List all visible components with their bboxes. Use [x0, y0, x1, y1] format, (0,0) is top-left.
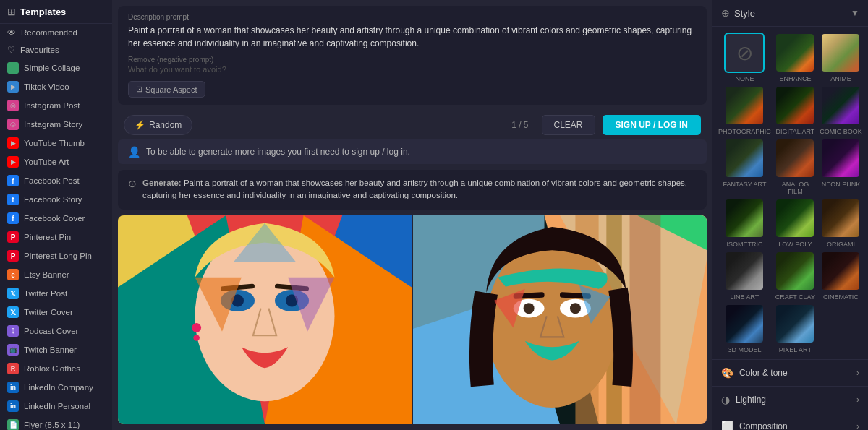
sidebar-item-simple-collage[interactable]: Simple Collage	[0, 59, 112, 77]
lowpoly-thumb	[776, 199, 814, 237]
style-item-neon[interactable]: NEON PUNK	[820, 138, 862, 195]
sidebar-item-linkedin-personal[interactable]: in LinkedIn Personal	[0, 397, 112, 416]
style-label-lineart: LINE ART	[730, 293, 759, 301]
sidebar-item-podcast-cover[interactable]: 🎙 Podcast Cover	[0, 322, 112, 340]
style-item-isometric[interactable]: ISOMETRIC	[718, 198, 771, 248]
sidebar-item-flyer[interactable]: 📄 Flyer (8.5 x 11)	[0, 416, 112, 430]
negative-prompt-label: Remove (negative prompt)	[128, 56, 697, 64]
analog-thumb	[776, 139, 814, 177]
prompt-text[interactable]: Paint a portrait of a woman that showcas…	[128, 24, 697, 50]
style-thumb-digital	[775, 85, 815, 126]
style-thumb-comic	[820, 85, 861, 126]
style-item-cinematic[interactable]: CINEMATIC	[820, 251, 862, 301]
clay-thumb	[776, 252, 814, 290]
eye-icon: 👁	[7, 27, 16, 38]
lighting-label: Lighting	[736, 395, 766, 405]
negative-prompt-placeholder[interactable]: What do you want to avoid?	[128, 65, 697, 74]
color-tone-section[interactable]: 🎨 Color & tone ›	[712, 360, 868, 387]
aspect-icon: ⊡	[136, 85, 142, 94]
sidebar-item-youtube-thumb[interactable]: ▶ YouTube Thumb	[0, 134, 112, 152]
sidebar-item-recommended[interactable]: 👁 Recommended	[0, 24, 112, 41]
composition-icon: ⬜	[721, 421, 733, 430]
info-text: To be able to generate more images you f…	[146, 147, 410, 157]
generate-prefix: Generate:	[142, 179, 182, 187]
sidebar-item-twitter-post[interactable]: 𝕏 Twitter Post	[0, 284, 112, 303]
lighting-section[interactable]: ◑ Lighting ›	[712, 387, 868, 413]
sidebar-item-pinterest-long[interactable]: P Pinterest Long Pin	[0, 246, 112, 265]
sidebar-item-pinterest-pin[interactable]: P Pinterest Pin	[0, 228, 112, 246]
style-label-lowpoly: LOW POLY	[778, 241, 812, 248]
style-item-anime[interactable]: ANIME	[820, 33, 862, 82]
style-item-lowpoly[interactable]: LOW POLY	[774, 198, 817, 248]
sidebar-item-label: Etsy Banner	[24, 270, 69, 279]
sidebar-item-facebook-post[interactable]: f Facebook Post	[0, 171, 112, 190]
sidebar-item-label: Twitter Cover	[24, 308, 73, 317]
style-thumb-3dmodel	[724, 304, 765, 344]
style-item-fantasy[interactable]: FANTASY ART	[718, 138, 771, 195]
style-thumb-none	[724, 33, 765, 73]
style-item-comic[interactable]: COMIC BOOK	[820, 85, 862, 135]
style-item-none[interactable]: NONE	[718, 33, 771, 82]
page-indicator: 1 / 5	[511, 120, 528, 130]
templates-icon: ⊞	[7, 6, 16, 17]
composition-section[interactable]: ⬜ Composition ›	[712, 413, 868, 430]
sidebar-item-label: YouTube Thumb	[24, 139, 85, 147]
sidebar-header: ⊞ Templates	[0, 0, 112, 24]
sidebar-item-label: Facebook Cover	[24, 214, 85, 223]
style-label-digital: DIGITAL ART	[775, 128, 814, 135]
sidebar-item-roblox[interactable]: R Roblox Clothes	[0, 359, 112, 378]
bottom-sections: 🎨 Color & tone › ◑ Lighting › ⬜ Composit…	[712, 360, 868, 430]
style-item-clay[interactable]: CRAFT CLAY	[774, 251, 817, 301]
podcast-icon: 🎙	[7, 325, 19, 337]
sidebar-item-facebook-story[interactable]: f Facebook Story	[0, 190, 112, 209]
sidebar-item-etsy-banner[interactable]: e Etsy Banner	[0, 265, 112, 284]
signup-button[interactable]: SIGN UP / LOG IN	[603, 115, 701, 135]
sidebar-item-label: Roblox Clothes	[24, 364, 80, 373]
flyer-icon: 📄	[7, 419, 19, 430]
style-section-header[interactable]: ⊕ Style ▼	[712, 0, 868, 27]
sidebar-item-linkedin-company[interactable]: in LinkedIn Company	[0, 378, 112, 397]
collage-icon	[7, 62, 19, 74]
heart-icon: ♡	[7, 45, 15, 55]
style-thumb-origami	[820, 198, 861, 238]
style-item-origami[interactable]: ORIGAMI	[820, 198, 862, 248]
style-label-cinematic: CINEMATIC	[823, 293, 859, 301]
fantasy-thumb	[726, 139, 763, 177]
svg-point-31	[570, 303, 581, 314]
svg-point-17	[193, 335, 200, 341]
style-item-analog[interactable]: ANALOG FILM	[774, 138, 817, 195]
sidebar-item-youtube-art[interactable]: ▶ YouTube Art	[0, 152, 112, 171]
style-item-photographic[interactable]: PHOTOGRAPHIC	[718, 85, 771, 135]
random-button[interactable]: ⚡ Random	[124, 115, 192, 135]
style-thumb-neon	[820, 138, 861, 179]
twitch-icon: 📺	[7, 344, 19, 356]
generate-bar: ⊙ Generate: Paint a portrait of a woman …	[118, 170, 707, 210]
style-item-3dmodel[interactable]: 3D MODEL	[718, 304, 771, 353]
image-cell-2[interactable]	[413, 215, 707, 425]
style-item-digital-art[interactable]: DIGITAL ART	[774, 85, 817, 135]
sidebar-item-facebook-cover[interactable]: f Facebook Cover	[0, 209, 112, 228]
clear-button[interactable]: CLEAR	[542, 115, 595, 135]
style-thumb-fantasy	[724, 138, 765, 179]
sidebar-item-twitch-banner[interactable]: 📺 Twitch Banner	[0, 340, 112, 359]
style-label-pixel: PIXEL ART	[779, 346, 812, 353]
image-cell-1[interactable]	[118, 215, 412, 425]
sidebar-item-instagram-post[interactable]: ◎ Instagram Post	[0, 96, 112, 115]
style-chevron-icon: ▼	[851, 8, 859, 18]
style-item-pixel[interactable]: PIXEL ART	[774, 304, 817, 353]
sidebar-item-tiktok-video[interactable]: ▶ Tiktok Video	[0, 77, 112, 96]
random-icon: ⚡	[135, 120, 145, 130]
lighting-icon: ◑	[721, 394, 730, 405]
linkedin-company-icon: in	[7, 382, 19, 393]
sidebar-item-label: Instagram Post	[24, 101, 80, 110]
aspect-button[interactable]: ⊡ Square Aspect	[128, 81, 205, 98]
sidebar-item-twitter-cover[interactable]: 𝕏 Twitter Cover	[0, 303, 112, 322]
image-grid	[118, 215, 707, 425]
style-label-analog: ANALOG FILM	[774, 181, 817, 195]
sidebar-item-favourites[interactable]: ♡ Favourites	[0, 41, 112, 59]
facebook-cover-icon: f	[7, 212, 19, 224]
lighting-chevron: ›	[856, 395, 859, 405]
sidebar-item-instagram-story[interactable]: ◎ Instagram Story	[0, 115, 112, 134]
style-item-enhance[interactable]: ENHANCE	[774, 33, 817, 82]
style-item-lineart[interactable]: LINE ART	[718, 251, 771, 301]
